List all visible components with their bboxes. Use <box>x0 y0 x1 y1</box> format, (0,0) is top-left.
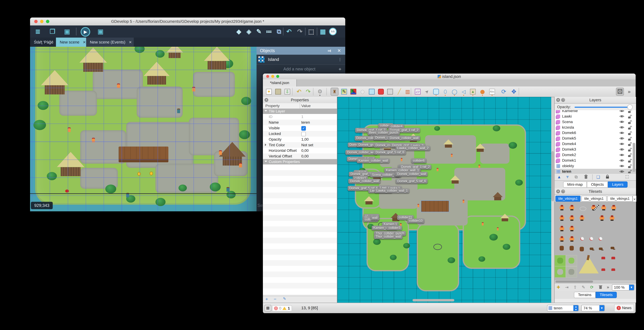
tileset-sprite-viking[interactable] <box>612 205 616 210</box>
new-tileset-icon[interactable]: ✚ <box>557 285 560 290</box>
visibility-eye-icon[interactable] <box>619 170 624 173</box>
edit-tileset-icon[interactable]: ✎ <box>582 285 585 290</box>
tileset-tile-terrain[interactable] <box>554 266 566 278</box>
instances-list-icon[interactable]: ⧉ <box>274 27 284 36</box>
tileset-sprite-wood[interactable] <box>590 248 594 250</box>
highlight-layer-icon[interactable]: ⛶ <box>626 175 629 179</box>
opacity-slider-knob[interactable] <box>627 104 633 110</box>
layer-row-kamienie[interactable]: Kamienie <box>554 110 636 114</box>
tileset-sprite-viking[interactable] <box>560 205 564 210</box>
remove-tileset-icon[interactable] <box>598 285 602 289</box>
visibility-eye-icon[interactable] <box>619 131 624 135</box>
checkbox[interactable]: ✓ <box>301 126 306 131</box>
insert-rectangle-icon[interactable]: ▾ <box>432 88 440 95</box>
tileset-sprite-chicken[interactable] <box>590 237 593 240</box>
layer-row-domek1[interactable]: Domek1 <box>554 158 636 163</box>
toolbar-overflow-icon[interactable]: » <box>626 88 633 95</box>
map-vertical-scrollbar[interactable] <box>552 151 554 201</box>
visibility-eye-icon[interactable] <box>619 148 624 151</box>
edit-polygons-icon[interactable]: ➤ <box>423 88 430 95</box>
lock-icon[interactable] <box>628 147 632 152</box>
tileset-view[interactable] <box>554 202 636 280</box>
checkbox[interactable] <box>301 132 306 136</box>
lock-layer-icon[interactable] <box>606 175 609 179</box>
tileset-sprite-barrel[interactable] <box>580 247 584 251</box>
tileset-tab[interactable]: tile_vikings1 <box>607 196 632 202</box>
lock-icon[interactable] <box>628 159 632 163</box>
close-window-button[interactable] <box>34 20 38 23</box>
edit-property-icon[interactable]: ✎ <box>283 297 286 301</box>
layer-row-scena[interactable]: Scena <box>554 119 636 125</box>
property-row-opacity[interactable]: Opacity1,00 <box>263 137 337 142</box>
layer-row-lawki[interactable]: Lawki <box>554 114 636 119</box>
visibility-eye-icon[interactable] <box>619 159 624 162</box>
property-row-horizontal-offset[interactable]: Horizontal Offset0,00 <box>263 148 337 153</box>
add-property-icon[interactable]: + <box>265 297 268 302</box>
layer-row-domek3[interactable]: Domek3 <box>554 147 636 152</box>
message-badge[interactable]: ! 0 1 <box>272 305 292 312</box>
tileset-sprite-viking[interactable] <box>570 226 574 231</box>
eraser-icon[interactable] <box>377 88 384 95</box>
tileset-overflow-icon[interactable]: » <box>607 285 609 290</box>
tileset-tile-terrain[interactable] <box>566 266 577 278</box>
add-object-icon[interactable]: ◆ <box>234 27 243 36</box>
lock-icon[interactable] <box>628 153 632 157</box>
tileset-sprite-viking[interactable] <box>580 215 584 221</box>
property-row-locked[interactable]: Locked <box>263 131 337 137</box>
property-row-visible[interactable]: Visible✓ <box>263 125 337 131</box>
tileset-sprite-viking[interactable] <box>570 205 574 210</box>
tileset-sprite-viking[interactable] <box>602 205 606 210</box>
move-view-icon[interactable]: ✥ <box>510 88 518 95</box>
layer-row-domek2[interactable]: Domek2 <box>554 152 636 158</box>
lock-icon[interactable] <box>628 120 632 124</box>
insert-ellipse-icon[interactable]: ◯▾ <box>451 88 458 95</box>
select-same-tile-icon[interactable]: ▥ <box>404 88 411 95</box>
zoom-1-1-icon[interactable]: 1:1 <box>328 27 337 36</box>
layer-row-krzesla[interactable]: krzesla <box>554 125 636 130</box>
map-canvas[interactable]: collider7collider4Domek_graf_1 raf_2Dome… <box>337 97 551 303</box>
visibility-eye-icon[interactable] <box>619 142 624 146</box>
filter-icon[interactable]: ⫤ <box>328 47 331 55</box>
tileset-sprite-viking[interactable] <box>560 236 564 242</box>
random-mode-icon[interactable]: ⚄ <box>616 88 624 96</box>
raise-layer-icon[interactable]: ▲ <box>557 175 561 179</box>
lock-icon[interactable] <box>628 137 632 141</box>
chevron-down-icon[interactable]: ⌄ <box>632 195 636 202</box>
insert-text-icon[interactable]: Abc▾ <box>488 88 496 95</box>
project-manager-icon[interactable]: ≣ <box>34 27 42 36</box>
undo-icon[interactable]: ↶ <box>284 27 293 36</box>
tileset-tile-terrain[interactable] <box>554 255 566 266</box>
document-tab[interactable]: *island.json <box>263 79 297 86</box>
dock-tab-objects[interactable]: Objects <box>587 181 608 188</box>
lock-icon[interactable] <box>628 131 632 135</box>
zoom-window-button[interactable] <box>276 75 279 78</box>
panel-float-icon[interactable]: ❐ <box>561 98 565 102</box>
stamp-brush-icon[interactable]: ♜ <box>330 88 338 96</box>
new-file-icon[interactable]: ✦ <box>265 88 272 95</box>
lock-icon[interactable] <box>628 170 632 174</box>
lock-icon[interactable] <box>628 126 632 130</box>
tileset-sprite-viking[interactable] <box>560 226 564 231</box>
tileset-sprite-viking[interactable] <box>570 236 574 242</box>
tileset-sprite-wood[interactable] <box>599 248 602 250</box>
close-tab-icon[interactable]: ✕ <box>129 40 132 44</box>
visibility-eye-icon[interactable] <box>619 126 624 129</box>
merge-layer-icon[interactable]: ❏ <box>596 175 600 180</box>
property-group-tile-layer[interactable]: Tile Layer <box>263 109 337 114</box>
property-row-vertical-offset[interactable]: Vertical Offset0,00 <box>263 153 337 159</box>
layer-row-teren[interactable]: teren <box>554 169 636 174</box>
remove-layer-icon[interactable] <box>584 175 588 179</box>
minimize-window-button[interactable] <box>271 75 274 78</box>
object-menu-icon[interactable]: ⋮ <box>338 57 342 62</box>
panel-close-icon[interactable]: ✕ <box>556 190 560 193</box>
preview-window-icon[interactable]: ❐ <box>48 27 57 36</box>
tileset-sprite-crab[interactable] <box>612 269 615 271</box>
undo-icon[interactable]: ↶ <box>296 88 303 95</box>
map-horizontal-scrollbar[interactable] <box>412 299 454 302</box>
layer-row-domek4[interactable]: Domek4 <box>554 141 636 147</box>
add-object-row[interactable]: Add a new object + <box>256 65 345 73</box>
tileset-sprite-crab[interactable] <box>602 257 605 259</box>
opacity-slider-track[interactable] <box>574 107 630 108</box>
rotate-objects-icon[interactable]: ⟳ <box>500 88 508 95</box>
bucket-fill-icon[interactable]: ✎ <box>350 88 357 95</box>
